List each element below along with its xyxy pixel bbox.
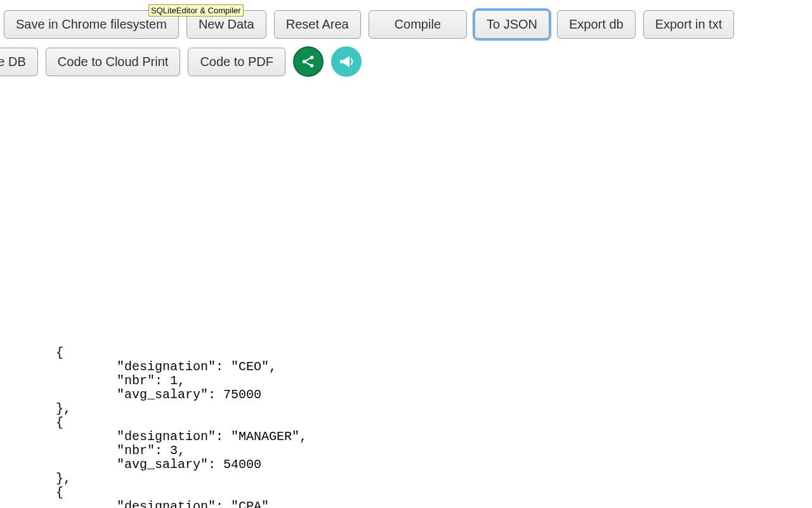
compile-button[interactable]: Compile <box>369 10 467 39</box>
cloud-print-button[interactable]: Code to Cloud Print <box>46 48 181 76</box>
share-icon[interactable] <box>293 46 324 77</box>
app-tooltip: SQLiteEditor & Compiler <box>148 4 244 17</box>
export-txt-button[interactable]: Export in txt <box>643 10 735 39</box>
svg-line-3 <box>306 58 311 61</box>
svg-line-4 <box>306 62 311 65</box>
megaphone-icon[interactable] <box>331 46 362 77</box>
toolbar-row-2: or SQLite DB Code to Cloud Print Code to… <box>0 39 812 77</box>
toolbar-row-1: Save in Chrome filesystem New Data Reset… <box>0 0 812 39</box>
sqlite-db-button[interactable]: or SQLite DB <box>0 48 38 76</box>
to-json-button[interactable]: To JSON <box>475 10 549 39</box>
json-output-area: { "designation": "CEO", "nbr": 1, "avg_s… <box>25 346 307 508</box>
reset-area-button[interactable]: Reset Area <box>274 10 361 39</box>
code-pdf-button[interactable]: Code to PDF <box>188 48 285 76</box>
export-db-button[interactable]: Export db <box>557 10 636 39</box>
